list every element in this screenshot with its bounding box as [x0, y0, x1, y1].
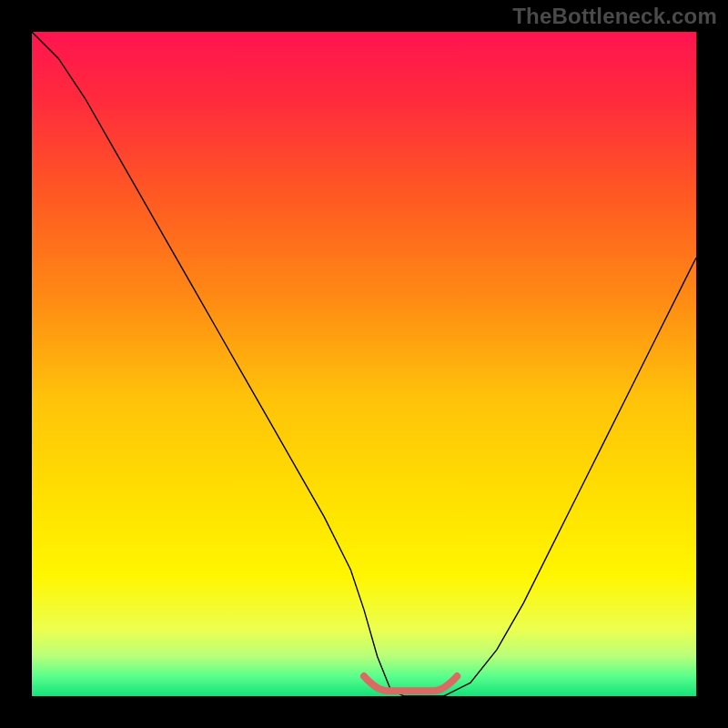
- plot-area: [32, 32, 696, 696]
- watermark-text: TheBottleneck.com: [512, 4, 717, 29]
- curve-layer: [32, 32, 696, 696]
- optimal-band-marker: [364, 676, 457, 691]
- bottleneck-curve: [32, 32, 696, 696]
- chart-frame: TheBottleneck.com: [0, 0, 728, 728]
